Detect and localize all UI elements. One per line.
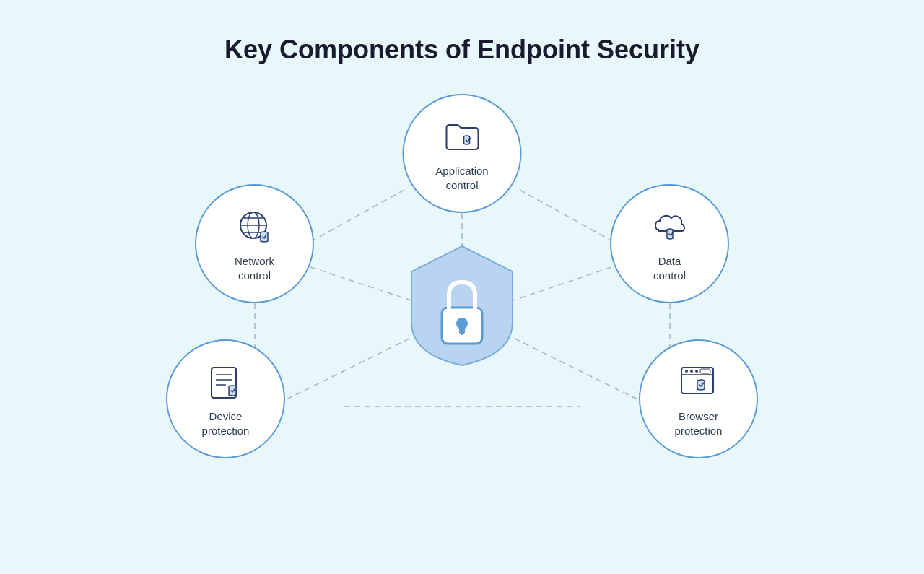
node-data-control: Data control — [610, 184, 729, 303]
svg-point-23 — [695, 370, 698, 373]
browser-protection-label: Browser protection — [675, 409, 723, 438]
node-application-control: Application control — [403, 94, 522, 213]
application-control-label: Application control — [435, 164, 488, 192]
data-control-label: Data control — [653, 254, 686, 282]
svg-text:T: T — [457, 321, 467, 339]
svg-point-22 — [690, 370, 693, 373]
node-browser-protection: Browser protection — [639, 339, 758, 458]
svg-line-5 — [314, 190, 404, 240]
node-device-protection: Device protection — [166, 339, 285, 458]
page-title: Key Components of Endpoint Security — [225, 35, 699, 65]
svg-line-3 — [287, 336, 415, 399]
document-shield-icon — [204, 360, 248, 404]
node-network-control: Network control — [195, 184, 314, 303]
device-protection-label: Device protection — [202, 409, 250, 438]
center-shield-icon: T — [404, 243, 520, 369]
svg-line-4 — [509, 336, 637, 399]
globe-shield-icon — [233, 205, 276, 248]
browser-shield-icon — [677, 360, 720, 404]
svg-line-2 — [505, 267, 611, 303]
diagram-container: Application control Network control — [137, 79, 787, 527]
svg-point-21 — [685, 370, 688, 373]
network-control-label: Network control — [235, 254, 274, 282]
svg-rect-24 — [700, 369, 710, 373]
cloud-shield-icon — [648, 205, 692, 248]
folder-shield-icon — [440, 115, 484, 158]
svg-line-6 — [520, 190, 610, 240]
